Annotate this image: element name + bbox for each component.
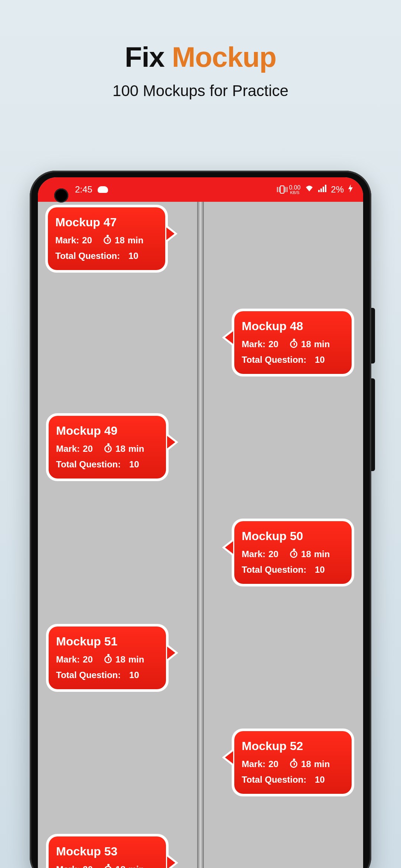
mockup-card[interactable]: Mockup 52Mark: 20 18 minTotal Question: …: [232, 729, 354, 796]
vibrate-icon: [280, 185, 284, 194]
duration-value: 18: [115, 444, 125, 454]
mark-label: Mark:: [242, 759, 265, 769]
mark-label: Mark:: [56, 444, 80, 454]
status-bar: 2:45 0.00 KB/S: [38, 177, 363, 202]
mockup-title: Mockup 50: [242, 529, 344, 543]
network-speed-icon: 0.00 KB/S: [289, 185, 300, 195]
svg-rect-1: [320, 188, 322, 192]
camera-hole: [54, 188, 68, 203]
duration-unit: min: [128, 654, 144, 665]
phone-volume-button: [371, 378, 375, 471]
total-q-label: Total Question:: [242, 355, 306, 365]
status-right: 0.00 KB/S 2%: [280, 184, 353, 195]
mockup-title: Mockup 52: [242, 739, 344, 753]
mockup-total-row: Total Question: 10: [56, 670, 159, 680]
total-q-label: Total Question:: [56, 670, 121, 680]
mockup-meta-row: Mark: 20 18 min: [242, 339, 344, 349]
promo-title: Fix Mockup: [0, 0, 401, 73]
mockup-card-inner: Mockup 53Mark: 20 18 minTotal Question: …: [49, 836, 166, 868]
mark-value: 20: [268, 549, 278, 559]
mockup-total-row: Total Question: 10: [56, 459, 159, 470]
total-q-label: Total Question:: [55, 251, 120, 261]
wifi-icon: [305, 185, 314, 194]
total-q-value: 10: [315, 775, 325, 785]
network-speed-unit: KB/S: [289, 191, 300, 195]
total-q-value: 10: [128, 251, 138, 261]
mockup-meta-row: Mark: 20 18 min: [242, 759, 344, 769]
mockup-total-row: Total Question: 10: [242, 565, 344, 575]
mark-label: Mark:: [56, 864, 80, 868]
mark-label: Mark:: [242, 549, 265, 559]
bubble-tail: [222, 539, 233, 556]
mockup-card[interactable]: Mockup 49Mark: 20 18 minTotal Question: …: [46, 413, 169, 481]
mockup-title: Mockup 47: [55, 216, 158, 229]
mockup-card[interactable]: Mockup 51Mark: 20 18 minTotal Question: …: [46, 624, 169, 692]
timeline-center-line: [197, 202, 204, 868]
mockup-meta-row: Mark: 20 18 min: [55, 235, 158, 246]
svg-rect-2: [323, 187, 324, 192]
stopwatch-icon: [290, 550, 297, 558]
stopwatch-icon: [290, 760, 297, 768]
mark-value: 20: [83, 864, 93, 868]
duration-unit: min: [128, 444, 144, 454]
total-q-value: 10: [315, 565, 325, 575]
mockup-card-inner: Mockup 50Mark: 20 18 minTotal Question: …: [234, 521, 352, 584]
mark-value: 20: [83, 654, 93, 665]
mark-value: 20: [268, 759, 278, 769]
mockup-total-row: Total Question: 10: [242, 355, 344, 365]
duration-value: 18: [301, 339, 311, 349]
duration-unit: min: [128, 864, 144, 868]
bubble-tail: [222, 749, 233, 766]
total-q-value: 10: [315, 355, 325, 365]
phone-screen: 2:45 0.00 KB/S: [38, 177, 363, 868]
mockup-card[interactable]: Mockup 47Mark: 20 18 minTotal Question: …: [45, 205, 168, 273]
phone-power-button: [371, 308, 375, 364]
mockup-card-inner: Mockup 48Mark: 20 18 minTotal Question: …: [234, 311, 352, 374]
mockup-title: Mockup 51: [56, 635, 159, 648]
battery-text: 2%: [331, 184, 344, 195]
duration-unit: min: [128, 235, 144, 246]
stopwatch-icon: [290, 341, 297, 348]
bubble-tail: [166, 225, 177, 243]
network-speed-value: 0.00: [289, 184, 300, 191]
stopwatch-icon: [104, 866, 112, 868]
bubble-tail: [222, 329, 233, 346]
duration-unit: min: [314, 339, 330, 349]
mark-value: 20: [268, 339, 278, 349]
phone-frame: 2:45 0.00 KB/S: [30, 171, 371, 868]
mark-label: Mark:: [55, 235, 79, 246]
duration-value: 18: [301, 759, 311, 769]
mark-value: 20: [82, 235, 92, 246]
mockup-card[interactable]: Mockup 53Mark: 20 18 minTotal Question: …: [46, 834, 169, 868]
mark-label: Mark:: [242, 339, 265, 349]
duration-unit: min: [314, 759, 330, 769]
mockup-card-inner: Mockup 52Mark: 20 18 minTotal Question: …: [234, 731, 352, 794]
cloud-icon: [98, 186, 108, 193]
total-q-label: Total Question:: [242, 565, 306, 575]
status-left: 2:45: [75, 184, 108, 195]
mockup-meta-row: Mark: 20 18 min: [56, 864, 159, 868]
stopwatch-icon: [104, 237, 111, 244]
mockup-title: Mockup 49: [56, 424, 159, 438]
svg-rect-3: [325, 185, 326, 192]
duration-value: 18: [115, 235, 125, 246]
mockup-meta-row: Mark: 20 18 min: [242, 549, 344, 559]
mockup-meta-row: Mark: 20 18 min: [56, 654, 159, 665]
mockup-title: Mockup 48: [242, 319, 344, 333]
mockup-card[interactable]: Mockup 48Mark: 20 18 minTotal Question: …: [232, 309, 354, 377]
mockup-title: Mockup 53: [56, 845, 159, 858]
signal-icon: [318, 185, 326, 194]
bubble-tail: [167, 644, 178, 662]
mockup-meta-row: Mark: 20 18 min: [56, 444, 159, 454]
promo-title-word-1: Fix: [125, 41, 164, 73]
mockup-card[interactable]: Mockup 50Mark: 20 18 minTotal Question: …: [232, 519, 354, 586]
promo-title-word-2: Mockup: [172, 41, 276, 73]
mockup-card-inner: Mockup 47Mark: 20 18 minTotal Question: …: [48, 207, 165, 270]
mockup-total-row: Total Question: 10: [55, 251, 158, 261]
app-content[interactable]: Mockup 47Mark: 20 18 minTotal Question: …: [38, 202, 363, 868]
svg-rect-0: [318, 190, 320, 192]
mockup-card-inner: Mockup 49Mark: 20 18 minTotal Question: …: [49, 416, 166, 479]
charging-icon: [348, 184, 353, 195]
duration-value: 18: [115, 864, 125, 868]
mark-label: Mark:: [56, 654, 80, 665]
